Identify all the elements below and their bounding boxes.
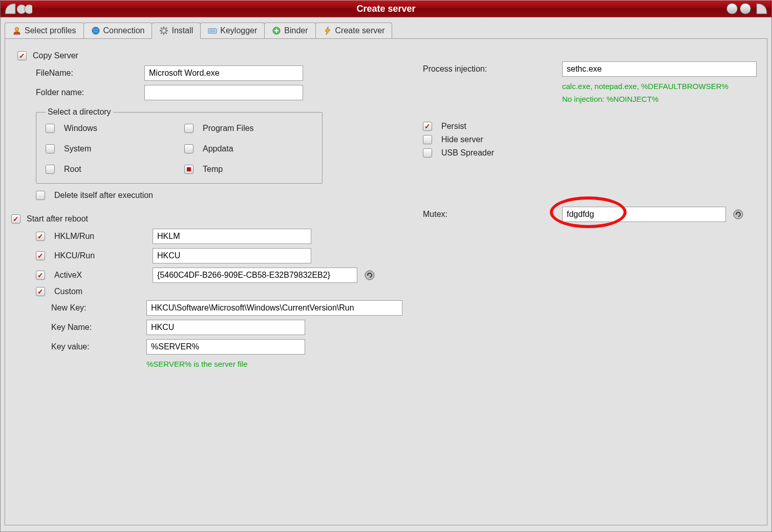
start-after-reboot-label: Start after reboot bbox=[27, 214, 88, 224]
tab-create-server[interactable]: Create server bbox=[315, 23, 393, 38]
custom-keys-group: New Key: Key Name: Key value: %SERVER% i… bbox=[51, 300, 402, 369]
copy-server-label: Copy Server bbox=[33, 51, 78, 60]
svg-point-5 bbox=[163, 30, 165, 32]
dir-label: System bbox=[64, 144, 91, 153]
usb-spreader-toggle[interactable]: USB Spreader bbox=[423, 148, 757, 158]
checkbox-icon[interactable] bbox=[36, 287, 45, 296]
svg-line-12 bbox=[166, 28, 167, 29]
tab-label: Create server bbox=[335, 26, 385, 35]
dir-label: Appdata bbox=[203, 144, 233, 153]
process-injection-label: Process injection: bbox=[423, 64, 556, 74]
checkbox-icon[interactable] bbox=[36, 232, 45, 241]
titlebar-left-buttons bbox=[4, 2, 65, 15]
tab-label: Install bbox=[171, 26, 193, 35]
directory-fieldset: Select a directory Windows Program Files bbox=[36, 107, 323, 184]
maximize-button[interactable] bbox=[740, 3, 751, 14]
dir-option-root[interactable]: Root bbox=[46, 165, 174, 174]
mutex-input[interactable] bbox=[562, 207, 726, 222]
checkbox-icon bbox=[17, 51, 27, 60]
checkbox-icon bbox=[423, 135, 432, 144]
minimize-button[interactable] bbox=[726, 3, 738, 14]
checkbox-icon bbox=[184, 144, 194, 153]
dir-option-program-files[interactable]: Program Files bbox=[184, 124, 313, 133]
filename-label: FileName: bbox=[36, 69, 138, 78]
directory-legend: Select a directory bbox=[46, 107, 113, 117]
start-after-reboot-toggle[interactable]: Start after reboot bbox=[11, 214, 402, 224]
checkbox-icon bbox=[46, 124, 55, 133]
svg-point-1 bbox=[25, 5, 32, 14]
activex-input[interactable] bbox=[153, 268, 357, 283]
checkbox-icon[interactable] bbox=[36, 251, 45, 260]
usb-spreader-label: USB Spreader bbox=[441, 148, 494, 158]
mutex-label: Mutex: bbox=[423, 210, 556, 219]
globe-icon bbox=[91, 26, 100, 35]
gear-icon bbox=[159, 26, 168, 35]
key-name-input[interactable] bbox=[146, 320, 305, 335]
svg-point-2 bbox=[15, 28, 19, 31]
svg-point-18 bbox=[365, 271, 374, 280]
start-after-reboot-group: HKLM/Run HKCU/Run ActiveX bbox=[36, 229, 402, 369]
hkcu-run-input[interactable] bbox=[153, 248, 311, 263]
checkbox-icon bbox=[184, 124, 194, 133]
tab-keylogger[interactable]: Keylogger bbox=[200, 23, 265, 38]
refresh-icon bbox=[733, 209, 744, 220]
hklm-run-label: HKLM/Run bbox=[54, 232, 146, 241]
server-file-note: %SERVER% is the server file bbox=[146, 359, 402, 369]
dir-option-system[interactable]: System bbox=[46, 144, 174, 153]
hide-server-toggle[interactable]: Hide server bbox=[423, 135, 757, 144]
right-column: Process injection: calc.exe, notepad.exe… bbox=[423, 51, 757, 513]
persist-label: Persist bbox=[441, 122, 466, 131]
hide-server-label: Hide server bbox=[441, 135, 483, 144]
checkbox-icon bbox=[11, 214, 20, 224]
copy-server-group: FileName: Folder name: Select a director… bbox=[36, 65, 402, 200]
close-button[interactable] bbox=[753, 2, 768, 15]
svg-line-13 bbox=[161, 33, 162, 34]
dir-option-temp[interactable]: Temp bbox=[184, 165, 313, 174]
tab-install[interactable]: Install bbox=[152, 23, 201, 39]
injection-hint-line2: No injection: %NOINJECT% bbox=[562, 94, 757, 104]
key-name-label: Key Name: bbox=[51, 323, 140, 332]
delete-itself-toggle[interactable]: Delete itself after execution bbox=[36, 191, 402, 200]
filename-input[interactable] bbox=[144, 65, 303, 81]
hklm-run-input[interactable] bbox=[153, 229, 311, 244]
folder-name-input[interactable] bbox=[144, 85, 303, 100]
svg-point-3 bbox=[92, 27, 99, 34]
dir-option-windows[interactable]: Windows bbox=[46, 124, 174, 133]
refresh-icon bbox=[364, 270, 375, 281]
checkbox-icon bbox=[423, 122, 432, 131]
titlebar-decor-left-icon bbox=[4, 2, 32, 15]
mutex-regen-button[interactable] bbox=[732, 208, 744, 220]
svg-line-11 bbox=[166, 33, 167, 34]
titlebar-right-buttons bbox=[707, 2, 768, 15]
injection-hint-line1: calc.exe, notepad.exe, %DEFAULTBROWSER% bbox=[562, 81, 757, 92]
tab-connection[interactable]: Connection bbox=[83, 23, 153, 38]
process-injection-input[interactable] bbox=[562, 61, 757, 77]
tab-label: Binder bbox=[284, 26, 308, 35]
window-title: Create server bbox=[65, 4, 707, 14]
checkbox-icon bbox=[46, 144, 55, 153]
dir-label: Root bbox=[64, 165, 81, 174]
checkbox-icon bbox=[423, 148, 432, 158]
key-value-label: Key value: bbox=[51, 342, 140, 351]
persist-toggle[interactable]: Persist bbox=[423, 122, 757, 131]
new-key-input[interactable] bbox=[146, 300, 402, 316]
key-value-input[interactable] bbox=[146, 339, 305, 354]
checkbox-icon bbox=[36, 191, 45, 200]
delete-itself-label: Delete itself after execution bbox=[54, 191, 153, 200]
new-key-label: New Key: bbox=[51, 303, 140, 313]
tab-binder[interactable]: Binder bbox=[264, 23, 315, 38]
tab-label: Connection bbox=[103, 26, 145, 35]
dir-option-appdata[interactable]: Appdata bbox=[184, 144, 313, 153]
plus-circle-icon bbox=[272, 26, 281, 35]
checkbox-icon[interactable] bbox=[36, 271, 45, 280]
process-injection-hint: calc.exe, notepad.exe, %DEFAULTBROWSER% … bbox=[562, 81, 757, 104]
lightning-icon bbox=[323, 26, 332, 35]
svg-rect-14 bbox=[208, 29, 217, 33]
copy-server-toggle[interactable]: Copy Server bbox=[17, 51, 402, 60]
dir-label: Program Files bbox=[203, 124, 254, 133]
tab-label: Keylogger bbox=[220, 26, 257, 35]
activex-regen-button[interactable] bbox=[363, 269, 376, 281]
dir-label: Windows bbox=[64, 124, 97, 133]
tab-select-profiles[interactable]: Select profiles bbox=[5, 23, 84, 38]
checkbox-icon bbox=[46, 165, 55, 174]
